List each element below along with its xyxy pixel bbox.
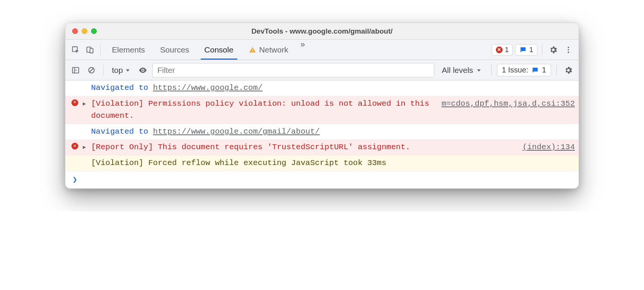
issue-icon [519,46,527,54]
warning-icon [249,46,256,54]
prompt-caret-icon: ❯ [70,173,80,187]
source-link[interactable]: (index):134 [518,141,575,154]
device-toolbar-icon[interactable] [84,43,96,56]
error-icon: ✕ [71,99,78,106]
issues-count-badge[interactable]: 1 [515,44,537,56]
svg-point-7 [568,51,569,53]
console-settings-icon[interactable] [562,64,575,77]
message-text: [Report Only] This document requires 'Tr… [91,141,515,154]
toggle-sidebar-icon[interactable] [69,64,82,77]
error-message: ✕ ▶ [Report Only] This document requires… [65,140,579,156]
tabbar-right: ✕ 1 1 [492,43,575,56]
divider [100,45,101,55]
divider [556,65,557,76]
svg-point-10 [142,69,144,71]
inspect-element-icon[interactable] [69,43,82,56]
maximize-window-button[interactable] [91,28,97,34]
log-levels-selector[interactable]: All levels [437,66,486,75]
svg-rect-3 [252,49,253,50]
error-message: ✕ ▶ [Violation] Permissions policy viola… [65,96,579,124]
warning-message: [Violation] Forced reflow while executin… [65,156,579,171]
kebab-menu-icon[interactable] [562,43,575,56]
tab-sources[interactable]: Sources [153,40,197,60]
svg-rect-2 [90,48,93,53]
settings-icon[interactable] [547,43,560,56]
issues-button[interactable]: 1 Issue: 1 [497,64,551,76]
message-text: [Violation] Forced reflow while executin… [91,157,575,170]
clear-console-icon[interactable] [85,64,98,77]
source-link[interactable]: m=cdos,dpf,hsm,jsa,d,csi:352 [437,98,575,110]
tab-network[interactable]: Network [241,40,296,60]
error-icon: ✕ [496,46,503,53]
svg-rect-4 [252,51,253,52]
message-text: [Violation] Permissions policy violation… [91,98,434,122]
more-tabs-button[interactable]: » [296,40,310,60]
console-prompt[interactable]: ❯ [65,171,579,188]
divider [103,65,104,76]
window-title: DevTools - www.google.com/gmail/about/ [71,27,573,35]
close-window-button[interactable] [72,28,78,34]
main-tabbar: Elements Sources Console Network » ✕ 1 1 [65,40,579,60]
console-messages: Navigated to https://www.google.com/ ✕ ▶… [65,80,579,188]
chevron-down-icon [125,68,130,73]
context-selector[interactable]: top [109,64,133,76]
divider [491,65,492,76]
traffic-lights [72,28,97,34]
nav-url[interactable]: https://www.google.com/ [153,83,263,92]
live-expression-icon[interactable] [136,64,149,77]
chevron-down-icon [476,68,481,73]
devtools-window: DevTools - www.google.com/gmail/about/ E… [65,23,579,189]
nav-prefix: Navigated to [91,83,153,92]
filter-input[interactable] [152,63,434,77]
divider [542,45,542,55]
issue-icon [531,66,539,74]
svg-point-5 [568,46,569,48]
nav-url[interactable]: https://www.google.com/gmail/about/ [153,127,320,136]
minimize-window-button[interactable] [82,28,87,34]
svg-point-6 [568,49,569,51]
expand-toggle[interactable]: ▶ [83,141,88,152]
error-icon: ✕ [71,143,78,150]
console-toolbar: top All levels 1 Issue: 1 [65,60,579,80]
navigation-message: Navigated to https://www.google.com/ [65,80,579,96]
nav-prefix: Navigated to [91,127,153,136]
tab-console[interactable]: Console [197,40,241,60]
expand-toggle[interactable]: ▶ [83,98,88,108]
navigation-message: Navigated to https://www.google.com/gmai… [65,124,579,140]
panel-tabs: Elements Sources Console Network » [104,40,310,60]
titlebar: DevTools - www.google.com/gmail/about/ [65,23,579,40]
tab-elements[interactable]: Elements [104,40,153,60]
error-count-badge[interactable]: ✕ 1 [492,44,513,56]
